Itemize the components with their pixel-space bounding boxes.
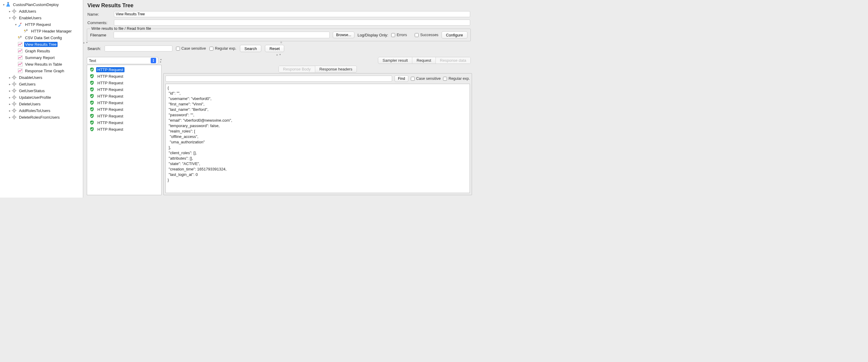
svg-rect-12: [16, 18, 17, 18]
tree-node-http-request[interactable]: HTTP Request: [0, 21, 83, 28]
sample-result-item[interactable]: HTTP Request: [88, 93, 161, 99]
success-shield-icon: [90, 127, 94, 132]
svg-rect-10: [14, 19, 14, 20]
sample-result-item[interactable]: HTTP Request: [88, 106, 161, 112]
tree-node-graph-results[interactable]: Graph Results: [0, 47, 83, 54]
disclosure-caret-icon[interactable]: [14, 23, 18, 26]
svg-rect-13: [20, 23, 22, 24]
configure-button[interactable]: Configure: [441, 31, 467, 38]
test-plan-tree[interactable]: CustosPlanCustomDeployAddUsersEnableUser…: [0, 0, 83, 198]
svg-rect-9: [14, 15, 14, 16]
svg-point-20: [13, 77, 15, 78]
find-input[interactable]: [165, 75, 392, 81]
disclosure-caret-icon[interactable]: [8, 10, 11, 13]
tree-item-label: Graph Results: [24, 48, 51, 54]
disclosure-caret-icon[interactable]: [8, 83, 11, 86]
chart-icon: [18, 48, 23, 54]
disclosure-caret-icon[interactable]: [8, 109, 11, 112]
tree-node-deleterolesfromusers[interactable]: DeleteRolesFromUsers: [0, 114, 83, 121]
filename-input[interactable]: [114, 32, 330, 38]
success-shield-icon: [90, 113, 94, 118]
sample-result-list[interactable]: HTTP RequestHTTP RequestHTTP RequestHTTP…: [87, 65, 161, 195]
tree-node-addusers[interactable]: AddUsers: [0, 8, 83, 14]
sample-result-item[interactable]: HTTP Request: [88, 119, 161, 126]
tab-response-body[interactable]: Response Body: [279, 66, 315, 72]
disclosure-caret-icon[interactable]: [8, 16, 11, 20]
success-shield-icon: [90, 107, 94, 112]
sample-result-item[interactable]: HTTP Request: [88, 112, 161, 119]
disclosure-caret-icon[interactable]: [8, 102, 11, 106]
tree-item-label: GetUsers: [18, 81, 36, 87]
tree-node-deleteusers[interactable]: DeleteUsers: [0, 101, 83, 107]
svg-rect-39: [14, 95, 14, 96]
splitter-vertical-handle[interactable]: ◂▸: [159, 58, 161, 63]
tree-node-disableusers[interactable]: DisableUsers: [0, 74, 83, 81]
tree-node-getusers[interactable]: GetUsers: [0, 81, 83, 87]
tree-node-view-results-in-table[interactable]: View Results in Table: [0, 61, 83, 67]
reset-button[interactable]: Reset: [265, 45, 284, 52]
successes-checkbox[interactable]: Successes: [415, 33, 438, 37]
tab-response-data[interactable]: Response data: [436, 57, 470, 64]
svg-rect-15: [18, 49, 22, 53]
gear-icon: [11, 8, 17, 14]
svg-rect-23: [12, 77, 13, 78]
tree-node-enableusers[interactable]: EnableUsers: [0, 14, 83, 21]
tree-node-summary-report[interactable]: Summary Report: [0, 54, 83, 61]
svg-rect-24: [16, 77, 17, 78]
sample-label: HTTP Request: [96, 107, 124, 112]
svg-rect-52: [14, 112, 14, 113]
tab-sampler-result[interactable]: Sampler result: [378, 57, 412, 64]
main-panel: View Results Tree Name: Comments: Write …: [83, 0, 474, 198]
tab-request[interactable]: Request: [412, 57, 435, 64]
disclosure-caret-icon[interactable]: [8, 76, 11, 79]
sample-result-item[interactable]: HTTP Request: [88, 126, 161, 133]
search-regex-checkbox[interactable]: Regular exp.: [210, 46, 236, 51]
find-case-checkbox[interactable]: Case sensitive: [411, 76, 441, 81]
search-button[interactable]: Search: [240, 45, 261, 52]
flask-icon: [5, 2, 11, 7]
tree-node-view-results-tree[interactable]: View Results Tree: [0, 41, 83, 47]
browse-button[interactable]: Browse...: [333, 32, 354, 38]
tree-node-updateuserprofile[interactable]: UpdateUserProfile: [0, 94, 83, 101]
search-case-checkbox[interactable]: Case sensitive: [176, 46, 206, 51]
find-regex-checkbox[interactable]: Regular exp.: [443, 76, 470, 81]
tree-node-response-time-graph[interactable]: Response Time Graph: [0, 67, 83, 74]
svg-rect-51: [14, 108, 14, 109]
tree-node-csv-data-set-config[interactable]: CSV Data Set Config: [0, 34, 83, 41]
sample-result-item[interactable]: HTTP Request: [88, 86, 161, 93]
renderer-select[interactable]: Text ▲▼: [87, 57, 158, 64]
gear-icon: [11, 95, 17, 100]
sample-result-item[interactable]: HTTP Request: [88, 99, 161, 106]
tree-node-http-header-manager[interactable]: HTTP Header Manager: [0, 28, 83, 34]
tab-response-headers[interactable]: Response headers: [315, 66, 356, 72]
comments-input[interactable]: [114, 20, 470, 26]
disclosure-caret-icon[interactable]: [8, 96, 11, 99]
sample-result-item[interactable]: HTTP Request: [88, 79, 161, 86]
sample-label: HTTP Request: [96, 74, 124, 79]
splitter-horizontal[interactable]: ▴ ▾: [83, 41, 474, 44]
response-body-text[interactable]: { "id": "", "username": "vberford0", "fi…: [165, 84, 470, 193]
success-shield-icon: [90, 94, 94, 98]
disclosure-caret-icon[interactable]: [8, 116, 11, 119]
tree-node-addrolestousers[interactable]: AddRolesToUsers: [0, 107, 83, 114]
errors-checkbox[interactable]: Errors: [391, 33, 412, 37]
dropper-icon: [18, 22, 23, 27]
tree-root[interactable]: CustosPlanCustomDeploy: [0, 1, 83, 8]
search-input[interactable]: [104, 45, 173, 52]
tree-node-getuserstatus[interactable]: GetUserStatus: [0, 87, 83, 94]
svg-rect-27: [14, 81, 14, 83]
sample-result-item[interactable]: HTTP Request: [88, 73, 161, 79]
disclosure-caret-icon[interactable]: [8, 89, 11, 93]
svg-point-32: [13, 90, 15, 91]
disclosure-caret-icon[interactable]: [2, 3, 5, 6]
gear-icon: [11, 15, 17, 21]
select-arrows-icon: ▲▼: [151, 58, 156, 63]
svg-rect-48: [16, 104, 17, 104]
sample-result-item[interactable]: HTTP Request: [88, 66, 161, 73]
splitter-horizontal-2[interactable]: ▴ ▾: [83, 53, 474, 56]
find-button[interactable]: Find: [395, 75, 408, 82]
success-shield-icon: [90, 87, 94, 92]
name-input[interactable]: [114, 11, 470, 17]
tree-item-label: UpdateUserProfile: [18, 95, 52, 100]
svg-rect-16: [18, 56, 22, 60]
